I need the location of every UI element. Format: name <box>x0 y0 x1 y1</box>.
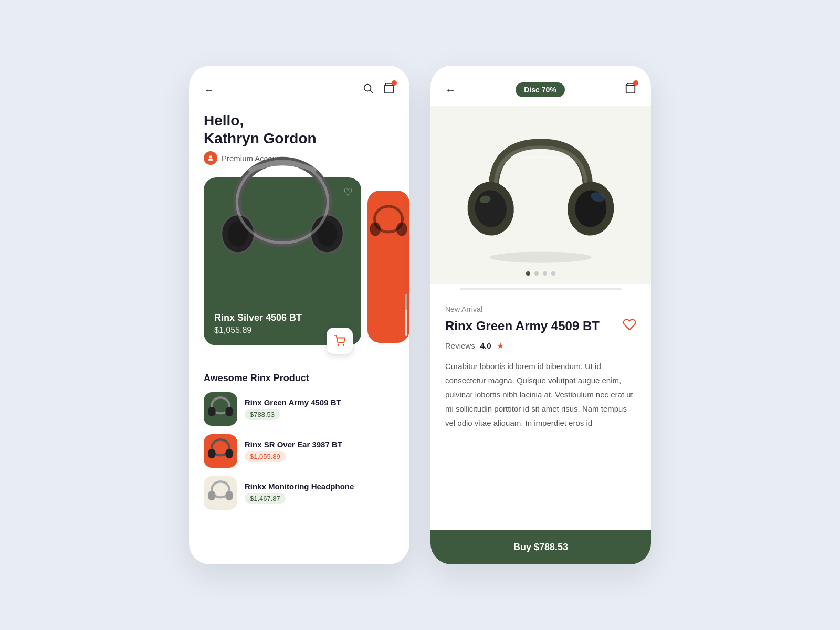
carousel-dots <box>526 271 555 276</box>
list-item[interactable]: Rinx Green Army 4509 BT $788.53 <box>204 392 395 426</box>
right-cart-button[interactable] <box>625 82 636 97</box>
right-back-button[interactable]: ← <box>445 84 456 96</box>
dot-4 <box>551 271 555 276</box>
right-cart-badge <box>633 80 638 86</box>
scroll-thumb <box>405 294 407 310</box>
list-item-info-1: Rinx Green Army 4509 BT $788.53 <box>245 398 395 420</box>
list-item[interactable]: Rinkx Monitoring Headphone $1,467.87 <box>204 476 395 510</box>
reviews-score: 4.0 <box>480 341 491 350</box>
right-product-name: Rinx Green Army 4509 BT <box>445 319 600 333</box>
left-header: ← <box>204 82 395 97</box>
svg-line-1 <box>370 90 373 93</box>
list-item-price-3: $1,467.87 <box>245 493 286 504</box>
list-item-name-1: Rinx Green Army 4509 BT <box>245 398 395 407</box>
scroll-indicator <box>405 294 407 336</box>
search-button[interactable] <box>362 82 374 97</box>
product-thumb-3 <box>204 476 237 510</box>
greeting-text: Hello, Kathryn Gordon <box>204 112 395 147</box>
featured-product-info: Rinx Silver 4506 BT $1,055.89 <box>214 312 302 335</box>
new-arrival-label: New Arrival <box>445 305 636 313</box>
divider <box>460 288 622 290</box>
product-carousel: ♡ <box>204 177 395 356</box>
left-back-button[interactable]: ← <box>204 84 214 96</box>
add-to-cart-button[interactable] <box>327 328 353 354</box>
list-item-price-1: $788.53 <box>245 409 280 420</box>
right-phone: ← Disc 70% <box>430 66 651 564</box>
svg-point-22 <box>208 491 216 500</box>
app-container: ← Hello, Kathryn Gordon <box>0 34 840 596</box>
list-item-price-2: $1,055.89 <box>245 451 286 462</box>
dot-1 <box>526 271 530 276</box>
dot-3 <box>543 271 547 276</box>
svg-point-14 <box>396 223 407 236</box>
buy-button[interactable]: Buy $788.53 <box>430 530 651 564</box>
product-title-row: Rinx Green Army 4509 BT <box>445 318 636 334</box>
featured-product-card[interactable]: ♡ <box>204 177 361 345</box>
product-thumb-1 <box>204 392 237 426</box>
secondary-product-image <box>368 201 410 248</box>
product-hero-section <box>430 106 651 284</box>
featured-product-image <box>214 156 351 272</box>
left-header-icons <box>362 82 395 97</box>
secondary-product-card[interactable] <box>368 191 410 343</box>
svg-point-17 <box>225 407 233 416</box>
list-item-info-3: Rinkx Monitoring Headphone $1,467.87 <box>245 482 395 504</box>
svg-point-20 <box>225 449 233 458</box>
reviews-row: Reviews 4.0 ★ <box>445 341 636 351</box>
featured-product-price: $1,055.89 <box>214 326 302 335</box>
svg-point-16 <box>208 407 216 416</box>
right-heart-button[interactable] <box>623 318 636 334</box>
star-icon: ★ <box>497 341 504 351</box>
featured-product-name: Rinx Silver 4506 BT <box>214 312 302 323</box>
svg-point-19 <box>208 449 216 458</box>
product-description: Curabitur lobortis id lorem id bibendum.… <box>445 359 636 430</box>
list-item[interactable]: Rinx SR Over Ear 3987 BT $1,055.89 <box>204 434 395 468</box>
svg-point-11 <box>343 345 344 346</box>
dot-2 <box>534 271 539 276</box>
svg-point-9 <box>237 161 328 243</box>
reviews-label: Reviews <box>445 341 475 350</box>
list-item-name-2: Rinx SR Over Ear 3987 BT <box>245 440 395 449</box>
product-list: Rinx Green Army 4509 BT $788.53 Rinx SR … <box>204 392 395 510</box>
section-title: Awesome Rinx Product <box>204 373 395 384</box>
svg-point-13 <box>370 223 381 236</box>
svg-point-25 <box>490 252 592 263</box>
svg-point-23 <box>225 491 233 500</box>
svg-point-3 <box>209 156 212 159</box>
left-phone: ← Hello, Kathryn Gordon <box>189 66 410 564</box>
svg-point-10 <box>338 345 339 346</box>
discount-badge: Disc 70% <box>516 82 564 97</box>
product-thumb-2 <box>204 434 237 468</box>
list-item-name-3: Rinkx Monitoring Headphone <box>245 482 395 491</box>
cart-button[interactable] <box>383 82 395 97</box>
right-content: New Arrival Rinx Green Army 4509 BT Revi… <box>430 295 651 564</box>
right-header: ← Disc 70% <box>430 66 651 106</box>
cart-badge <box>392 80 397 86</box>
list-item-info-2: Rinx SR Over Ear 3987 BT $1,055.89 <box>245 440 395 462</box>
divider-container <box>430 284 651 295</box>
